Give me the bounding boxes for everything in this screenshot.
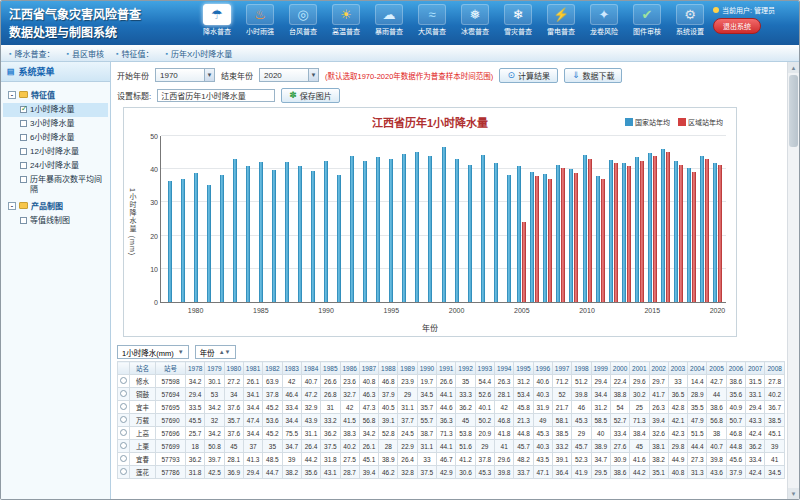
- bar-group[interactable]: [359, 136, 372, 302]
- year-header[interactable]: 2000: [610, 362, 629, 375]
- bar-group[interactable]: 1995: [385, 136, 398, 302]
- bar-group[interactable]: [280, 136, 293, 302]
- end-year-select[interactable]: 2020 ▼: [259, 68, 319, 82]
- year-header[interactable]: 1997: [552, 362, 571, 375]
- bar-group[interactable]: [476, 136, 489, 302]
- bar-group[interactable]: [463, 136, 476, 302]
- year-header[interactable]: 1983: [282, 362, 301, 375]
- checkbox[interactable]: [20, 176, 27, 183]
- radio-button[interactable]: [120, 429, 127, 436]
- year-header[interactable]: 2003: [668, 362, 687, 375]
- nav-item-hourly-rain[interactable]: ♨小时雨强: [239, 4, 281, 36]
- radio-button[interactable]: [120, 390, 127, 397]
- bar-group[interactable]: 2010: [581, 136, 594, 302]
- table-row[interactable]: 铜鼓5769429.4533434.137.846.447.226.832.74…: [118, 388, 785, 401]
- year-header[interactable]: 1980: [224, 362, 243, 375]
- checkbox[interactable]: [20, 217, 27, 224]
- bar-group[interactable]: [594, 136, 607, 302]
- bar-group[interactable]: [567, 136, 580, 302]
- year-header[interactable]: 2002: [649, 362, 668, 375]
- tab-item[interactable]: ▪县区审核: [66, 48, 103, 59]
- radio-button[interactable]: [120, 442, 127, 449]
- bar-group[interactable]: [228, 136, 241, 302]
- scroll-up-icon[interactable]: ▲: [788, 62, 799, 73]
- year-header[interactable]: 1995: [514, 362, 533, 375]
- nav-item-lightning[interactable]: ⚡雷电普查: [540, 4, 582, 36]
- table-row[interactable]: 宜丰5769533.534.237.634.445.233.432.931424…: [118, 401, 785, 414]
- sidebar-item[interactable]: 3小时降水量: [3, 117, 108, 131]
- year-header[interactable]: 1988: [379, 362, 398, 375]
- sidebar-item[interactable]: 1小时降水量: [3, 103, 108, 117]
- bar-group[interactable]: 1990: [320, 136, 333, 302]
- nav-item-snow[interactable]: ❄雪灾普查: [497, 4, 539, 36]
- bar-group[interactable]: [176, 136, 189, 302]
- checkbox[interactable]: [20, 106, 27, 113]
- scrollbar-thumb[interactable]: [789, 75, 798, 147]
- save-image-button[interactable]: ✽ 保存图片: [281, 88, 340, 103]
- table-row[interactable]: 上栗576991850.845373534.726.437.540.226.12…: [118, 440, 785, 453]
- year-header[interactable]: 2005: [707, 362, 726, 375]
- nav-item-map-review[interactable]: ✔图件审核: [626, 4, 668, 36]
- year-header[interactable]: 1991: [437, 362, 456, 375]
- year-header[interactable]: 1985: [321, 362, 340, 375]
- nav-item-hail[interactable]: ❅冰雹普查: [454, 4, 496, 36]
- nav-item-wind[interactable]: ≈大风普查: [411, 4, 453, 36]
- download-button[interactable]: ⇓ 数据下载: [564, 68, 623, 83]
- year-header[interactable]: 1992: [456, 362, 475, 375]
- scroll-down-icon[interactable]: ▼: [788, 488, 799, 499]
- value-type-select[interactable]: 1小时降水(mm) ▼: [117, 345, 189, 359]
- table-row[interactable]: 万载5769045.53235.747.453.634.443.933.241.…: [118, 414, 785, 427]
- bar-group[interactable]: [554, 136, 567, 302]
- bar-group[interactable]: [411, 136, 424, 302]
- bar-group[interactable]: [489, 136, 502, 302]
- year-header[interactable]: 1986: [340, 362, 359, 375]
- sidebar-item[interactable]: 历年暴雨次数平均间隔: [3, 173, 108, 197]
- sidebar-item[interactable]: 12小时降水量: [3, 145, 108, 159]
- year-header[interactable]: 2001: [630, 362, 649, 375]
- year-header[interactable]: 1979: [205, 362, 224, 375]
- year-header[interactable]: 2008: [765, 362, 785, 375]
- table-row[interactable]: 宜春5779336.239.728.141.348.53944.231.827.…: [118, 453, 785, 466]
- year-header[interactable]: 1981: [243, 362, 262, 375]
- year-header[interactable]: 1998: [572, 362, 591, 375]
- start-year-select[interactable]: 1970 ▼: [155, 68, 215, 82]
- vertical-scrollbar[interactable]: ▲ ▼: [787, 62, 799, 499]
- radio-button[interactable]: [120, 468, 127, 475]
- bar-group[interactable]: [307, 136, 320, 302]
- year-header[interactable]: 1993: [475, 362, 494, 375]
- logout-button[interactable]: 退出系统: [713, 18, 761, 34]
- year-header[interactable]: 1999: [591, 362, 610, 375]
- bar-group[interactable]: [437, 136, 450, 302]
- table-row[interactable]: 修水5759834.230.127.226.163.94240.726.623.…: [118, 375, 785, 388]
- radio-button[interactable]: [120, 377, 127, 384]
- sidebar-item[interactable]: 24小时降水量: [3, 159, 108, 173]
- collapse-icon[interactable]: -: [8, 91, 16, 99]
- year-header[interactable]: 2006: [726, 362, 745, 375]
- radio-button[interactable]: [120, 455, 127, 462]
- year-header[interactable]: 1978: [186, 362, 205, 375]
- year-header[interactable]: 1994: [495, 362, 514, 375]
- bar-group[interactable]: [346, 136, 359, 302]
- radio-button[interactable]: [120, 416, 127, 423]
- tree-group[interactable]: -特征值: [3, 86, 108, 103]
- year-header[interactable]: 1996: [533, 362, 552, 375]
- chart-title-input[interactable]: 江西省历年1小时降水量: [157, 89, 275, 102]
- tab-item[interactable]: ▪特征值：: [116, 48, 153, 59]
- nav-item-high-temp[interactable]: ☀高温普查: [325, 4, 367, 36]
- bar-group[interactable]: [424, 136, 437, 302]
- radio-button[interactable]: [120, 403, 127, 410]
- bar-group[interactable]: [215, 136, 228, 302]
- tree-group[interactable]: -产品制图: [3, 197, 108, 214]
- year-header[interactable]: 1982: [263, 362, 282, 375]
- tab-item[interactable]: ▪降水普查：: [9, 48, 54, 59]
- checkbox[interactable]: [20, 162, 27, 169]
- bar-group[interactable]: [163, 136, 176, 302]
- bar-group[interactable]: [333, 136, 346, 302]
- bar-group[interactable]: [620, 136, 633, 302]
- checkbox[interactable]: [20, 148, 27, 155]
- bar-group[interactable]: 2020: [711, 136, 724, 302]
- station-id-header[interactable]: 站号: [156, 362, 186, 375]
- bar-group[interactable]: [541, 136, 554, 302]
- bar-group[interactable]: 2015: [646, 136, 659, 302]
- year-header[interactable]: 2007: [746, 362, 765, 375]
